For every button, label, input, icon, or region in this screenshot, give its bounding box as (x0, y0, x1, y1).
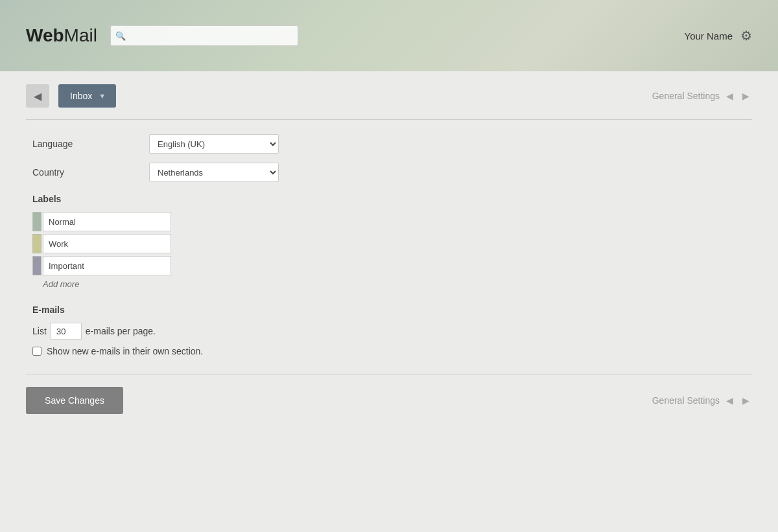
label-color-swatch-work (32, 234, 41, 253)
nav-prev-button[interactable]: ◀ (724, 89, 736, 102)
emails-title: E-mails (32, 305, 746, 315)
country-label: Country (32, 167, 149, 178)
bottom-general-settings-label: General Settings (652, 395, 720, 406)
bottom-nav: General Settings ◀ ▶ (652, 394, 752, 407)
toolbar-right: General Settings ◀ ▶ (652, 89, 752, 102)
label-color-swatch-normal (32, 212, 41, 231)
gear-icon[interactable]: ⚙ (740, 28, 752, 43)
emails-section: E-mails List e-mails per page. Show new … (32, 305, 746, 356)
emails-per-page-label: e-mails per page. (86, 326, 156, 336)
dropdown-arrow-icon: ▼ (99, 92, 106, 100)
toolbar-row: ◀ Inbox ▼ General Settings ◀ ▶ (26, 84, 752, 108)
label-input-work[interactable] (43, 234, 171, 253)
main-content: ◀ Inbox ▼ General Settings ◀ ▶ Language … (0, 71, 778, 532)
user-name: Your Name (685, 30, 733, 41)
language-select[interactable]: English (UK) English (US) Dutch German F… (149, 134, 279, 154)
bottom-row: Save Changes General Settings ◀ ▶ (26, 387, 752, 414)
label-item-work (32, 234, 746, 253)
logo-bold: Web (26, 25, 64, 45)
settings-section: Language English (UK) English (US) Dutch… (26, 134, 752, 356)
header-right: Your Name ⚙ (685, 28, 753, 43)
label-input-important[interactable] (43, 256, 171, 275)
label-color-swatch-important (32, 256, 41, 275)
emails-per-page-row: List e-mails per page. (32, 323, 746, 340)
app-logo: WebMail (26, 25, 97, 46)
nav-next-button[interactable]: ▶ (740, 89, 752, 102)
search-input[interactable] (110, 25, 298, 46)
back-icon: ◀ (34, 90, 41, 102)
save-changes-button[interactable]: Save Changes (26, 387, 123, 414)
inbox-button[interactable]: Inbox ▼ (58, 84, 116, 108)
bottom-nav-prev-button[interactable]: ◀ (724, 394, 736, 407)
show-new-emails-checkbox[interactable] (32, 347, 41, 356)
logo-normal: Mail (64, 25, 97, 45)
country-select[interactable]: Netherlands United Kingdom United States… (149, 163, 279, 182)
bottom-nav-next-button[interactable]: ▶ (740, 394, 752, 407)
list-label: List (32, 326, 47, 336)
language-label: Language (32, 139, 149, 149)
search-container: 🔍 (110, 25, 298, 46)
top-divider (26, 119, 752, 120)
label-input-normal[interactable] (43, 212, 171, 231)
country-row: Country Netherlands United Kingdom Unite… (32, 163, 746, 182)
general-settings-label: General Settings (652, 91, 720, 101)
show-new-emails-label: Show new e-mails in their own section. (47, 346, 203, 356)
label-item-important (32, 256, 746, 275)
bottom-divider (26, 375, 752, 375)
labels-title: Labels (32, 194, 746, 204)
app-header: WebMail 🔍 Your Name ⚙ (0, 0, 778, 71)
label-item-normal (32, 212, 746, 231)
emails-per-page-input[interactable] (51, 323, 82, 340)
language-row: Language English (UK) English (US) Dutch… (32, 134, 746, 154)
search-icon: 🔍 (115, 31, 126, 41)
add-more-link[interactable]: Add more (43, 279, 746, 289)
back-button[interactable]: ◀ (26, 84, 49, 108)
inbox-label: Inbox (70, 91, 92, 101)
show-new-emails-row: Show new e-mails in their own section. (32, 346, 746, 356)
